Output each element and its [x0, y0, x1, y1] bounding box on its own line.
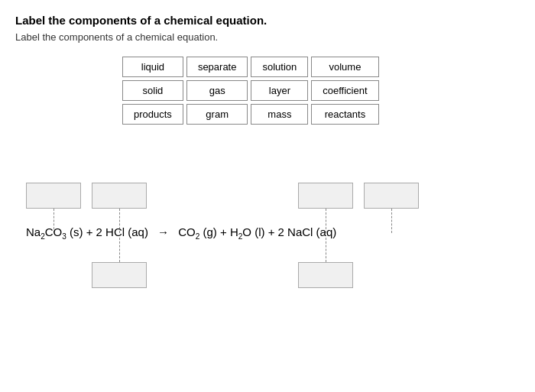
word-tile-reactants[interactable]: reactants	[311, 104, 378, 125]
drop-box-below-left[interactable]	[92, 262, 147, 288]
equation-right: CO2 (g) + H2O (l) + 2 NaCl (aq)	[178, 225, 336, 238]
drop-box-above-right-1[interactable]	[298, 183, 353, 209]
word-tile-products[interactable]: products	[122, 104, 183, 125]
word-tile-gram[interactable]: gram	[186, 104, 248, 125]
word-tile-mass[interactable]: mass	[251, 104, 308, 125]
main-title: Label the components of a chemical equat…	[15, 14, 520, 27]
word-tile-layer[interactable]: layer	[251, 80, 308, 101]
dashed-line-below-right	[326, 238, 326, 262]
equation-text: Na2CO3 (s) + 2 HCl (aq) → CO2 (g) + H2O …	[26, 225, 336, 241]
word-tile-separate[interactable]: separate	[186, 57, 248, 77]
dashed-line-below-left	[119, 238, 120, 262]
arrow: →	[157, 225, 169, 238]
word-tile-volume[interactable]: volume	[311, 57, 378, 77]
drop-box-above-left-2[interactable]	[92, 183, 147, 209]
word-tile-solution[interactable]: solution	[251, 57, 308, 77]
word-tile-coefficient[interactable]: coefficient	[311, 80, 378, 101]
word-tile-solid[interactable]: solid	[122, 80, 183, 101]
drop-box-above-right-2[interactable]	[364, 183, 419, 209]
equation-left: Na2CO3 (s) + 2 HCl (aq)	[26, 225, 148, 238]
sub-title: Label the components of a chemical equat…	[15, 31, 520, 43]
word-tile-gas[interactable]: gas	[186, 80, 248, 101]
dashed-line-above-right-2	[391, 209, 392, 233]
equation-area: Na2CO3 (s) + 2 HCl (aq) → CO2 (g) + H2O …	[15, 143, 520, 296]
word-bank: liquid separate solution volume solid ga…	[122, 57, 379, 125]
drop-box-below-right[interactable]	[298, 262, 353, 288]
drop-box-above-left-1[interactable]	[26, 183, 81, 209]
page: Label the components of a chemical equat…	[0, 0, 535, 309]
word-tile-liquid[interactable]: liquid	[122, 57, 183, 77]
